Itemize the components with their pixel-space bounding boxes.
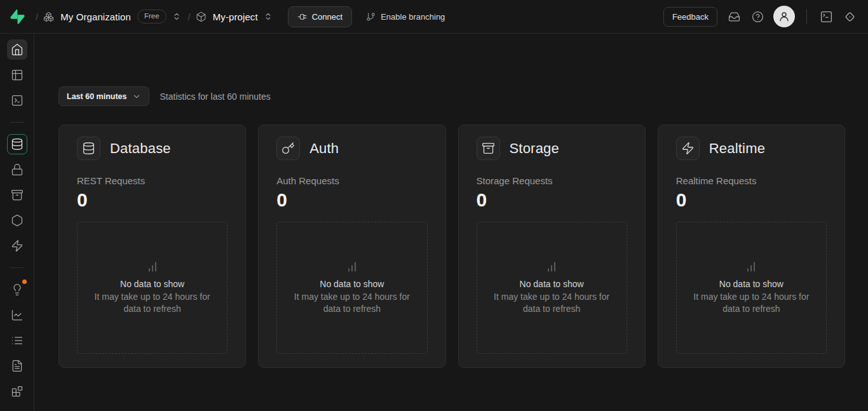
empty-chart-placeholder: No data to show It may take up to 24 hou…: [276, 222, 427, 354]
sidebar-navigation: [0, 34, 34, 411]
sidebar-divider: [10, 267, 24, 268]
database-icon: [77, 137, 100, 160]
sidebar-item-storage[interactable]: [7, 185, 27, 205]
lightbulb-icon: [11, 283, 24, 296]
card-title: Storage: [510, 140, 559, 157]
sidebar-item-api-docs[interactable]: [7, 356, 27, 376]
archive-icon: [11, 189, 24, 201]
time-range-dropdown[interactable]: Last 60 minutes: [58, 86, 149, 106]
home-icon: [11, 43, 24, 56]
card-header: Realtime: [676, 137, 827, 160]
database-icon: [11, 138, 24, 151]
org-breadcrumb[interactable]: My Organization Free: [43, 10, 166, 24]
blocks-icon: [11, 385, 24, 398]
empty-state-title: No data to show: [320, 279, 384, 289]
topbar-left: / My Organization Free / My-project: [10, 6, 452, 27]
chevron-down-icon: [132, 92, 141, 101]
project-switcher-button[interactable]: [261, 8, 275, 25]
help-button[interactable]: [747, 6, 768, 27]
realtime-zap-icon: [676, 137, 700, 160]
metric-cards-row: Database REST Requests 0 No data to show…: [58, 125, 845, 368]
metric-value: 0: [477, 191, 627, 210]
sidebar-item-table-editor[interactable]: [7, 65, 27, 85]
feedback-button[interactable]: Feedback: [663, 7, 717, 27]
user-avatar[interactable]: [773, 6, 795, 27]
sidebar-item-edge-functions[interactable]: [7, 210, 27, 231]
empty-state-subtitle: It may take up to 24 hours for data to r…: [490, 291, 614, 315]
metric-value: 0: [77, 191, 227, 210]
sidebar-item-sql-editor[interactable]: [7, 90, 27, 111]
metric-card-realtime: Realtime Realtime Requests 0 No data to …: [658, 125, 845, 368]
bar-chart-icon: [545, 260, 558, 273]
bar-chart-icon: [146, 260, 159, 273]
terminal-panel-icon: [820, 10, 833, 24]
git-branch-icon: [366, 12, 376, 22]
empty-state-title: No data to show: [120, 279, 184, 289]
chevrons-up-down-icon: [264, 12, 273, 21]
card-title: Database: [110, 140, 171, 157]
bar-chart-icon: [346, 260, 358, 273]
project-breadcrumb[interactable]: My-project: [196, 11, 258, 22]
inbox-button[interactable]: [723, 6, 745, 27]
user-icon: [778, 11, 790, 22]
inbox-icon: [728, 11, 740, 23]
empty-state-subtitle: It may take up to 24 hours for data to r…: [689, 291, 813, 315]
supabase-logo-icon[interactable]: [10, 10, 25, 24]
organization-icon: [43, 11, 54, 22]
auth-key-icon: [276, 137, 300, 160]
plug-icon: [297, 12, 307, 22]
connect-button[interactable]: Connect: [288, 6, 352, 27]
project-name: My-project: [213, 11, 258, 22]
enable-branching-label: Enable branching: [381, 12, 445, 22]
empty-state-title: No data to show: [719, 279, 783, 289]
time-range-label: Last 60 minutes: [67, 92, 126, 101]
metric-value: 0: [676, 191, 827, 210]
top-navigation-bar: / My Organization Free / My-project: [0, 0, 868, 34]
org-switcher-button[interactable]: [170, 8, 184, 25]
metric-card-storage: Storage Storage Requests 0 No data to sh…: [458, 125, 646, 368]
feedback-label: Feedback: [672, 12, 709, 22]
hexagon-icon: [11, 214, 24, 227]
lock-icon: [11, 163, 24, 176]
metric-label: Realtime Requests: [676, 175, 827, 186]
sidebar-item-advisors[interactable]: [7, 280, 27, 300]
sidebar-item-realtime[interactable]: [7, 236, 27, 256]
storage-archive-icon: [477, 137, 500, 160]
sidebar-item-home[interactable]: [7, 39, 27, 60]
app-root: / My Organization Free / My-project: [0, 0, 868, 411]
terminal-panel-button[interactable]: [815, 6, 837, 27]
metric-value: 0: [276, 191, 427, 210]
breadcrumb-separator: /: [188, 11, 191, 22]
metric-card-auth: Auth Auth Requests 0 No data to show It …: [258, 125, 445, 368]
sidebar-item-database[interactable]: [7, 134, 27, 154]
sql-editor-icon: [11, 94, 24, 107]
sidebar-item-authentication[interactable]: [7, 159, 27, 180]
sidebar-item-reports[interactable]: [7, 305, 27, 325]
statistics-caption: Statistics for last 60 minutes: [159, 91, 270, 102]
empty-chart-placeholder: No data to show It may take up to 24 hou…: [77, 222, 227, 354]
bar-chart-icon: [745, 260, 757, 273]
empty-state-title: No data to show: [520, 279, 584, 289]
chevrons-up-down-icon: [172, 12, 181, 21]
notification-dot: [22, 280, 27, 284]
card-title: Auth: [309, 140, 339, 157]
assistant-button[interactable]: [839, 6, 860, 27]
breadcrumb-separator: /: [36, 11, 38, 22]
card-header: Storage: [477, 137, 627, 160]
chart-icon: [11, 309, 24, 321]
sidebar-item-logs[interactable]: [7, 330, 27, 351]
sidebar-item-integrations[interactable]: [7, 381, 27, 401]
assistant-icon: [843, 10, 857, 24]
enable-branching-button[interactable]: Enable branching: [358, 6, 452, 27]
zap-icon: [11, 239, 24, 252]
sidebar-divider: [10, 122, 24, 123]
org-name: My Organization: [60, 11, 131, 22]
statistics-toolbar: Last 60 minutes Statistics for last 60 m…: [58, 86, 845, 106]
list-icon: [11, 334, 24, 347]
help-icon: [752, 11, 764, 23]
card-title: Realtime: [709, 140, 765, 157]
org-plan-badge: Free: [137, 10, 166, 24]
metric-label: REST Requests: [77, 175, 227, 186]
main-content: Last 60 minutes Statistics for last 60 m…: [34, 34, 868, 411]
metric-card-database: Database REST Requests 0 No data to show…: [58, 125, 246, 368]
